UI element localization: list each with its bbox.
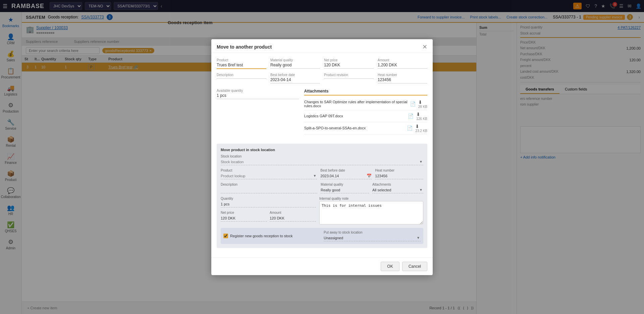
putaway-row: Put away to stock location ▼ bbox=[324, 231, 421, 241]
dialog: Move to another product ✕ Product Trues … bbox=[211, 39, 433, 275]
attachment-icons-2: 📄 ⬇ 126 KB bbox=[408, 112, 427, 121]
attachment-download-icon-2[interactable]: ⬇ bbox=[416, 112, 420, 117]
move-net-price-field: Net price bbox=[221, 211, 267, 222]
attachment-row-1: Changes to SAR Optimize rules after impl… bbox=[304, 98, 427, 110]
dialog-header: Move to another product ✕ bbox=[211, 39, 433, 53]
heat-number-value: 123456 bbox=[378, 77, 427, 83]
move-description-field: Description bbox=[221, 183, 317, 193]
move-product-field: Product ▼ bbox=[221, 169, 317, 179]
attachment-size-2: 126 KB bbox=[416, 117, 427, 121]
move-section: Move product in stock location Stock loc… bbox=[217, 144, 427, 248]
move-net-price-input[interactable] bbox=[221, 215, 267, 222]
move-best-before-field: Best before date 📅 bbox=[320, 169, 372, 179]
product-revision-label: Product revision bbox=[324, 73, 374, 77]
putaway-input[interactable] bbox=[324, 235, 416, 241]
stock-location-arrow[interactable]: ▼ bbox=[419, 160, 423, 164]
move-attachments-arrow[interactable]: ▼ bbox=[419, 188, 423, 192]
cancel-button[interactable]: Cancel bbox=[402, 262, 427, 271]
best-before-value: 2023-04-14 bbox=[270, 77, 320, 83]
attachment-view-icon-3[interactable]: 📄 bbox=[407, 125, 413, 131]
putaway-arrow[interactable]: ▼ bbox=[416, 236, 421, 240]
internal-quality-field: Internal quality note This is for intern… bbox=[319, 197, 423, 225]
internal-quality-textarea[interactable]: This is for internal issues bbox=[319, 201, 423, 225]
attachment-name-2: Logistics GAP 09T.docx bbox=[304, 114, 408, 118]
stock-location-dropdown[interactable]: ▼ bbox=[221, 159, 423, 165]
move-quantity-field: Quantity bbox=[221, 197, 316, 207]
register-putaway-row: Register new goods reception to stock Pu… bbox=[221, 228, 423, 244]
stock-location-row: Stock location ▼ bbox=[221, 154, 423, 165]
register-checkbox[interactable] bbox=[223, 234, 228, 238]
dialog-title: Move to another product bbox=[217, 44, 272, 50]
amount-label: Amount bbox=[378, 58, 427, 62]
amount-field: Amount 1,200 DKK bbox=[378, 58, 427, 69]
stock-location-label: Stock location bbox=[221, 154, 423, 158]
material-quality-label: Material quality bbox=[270, 58, 320, 62]
move-product-dropdown[interactable]: ▼ bbox=[221, 173, 317, 179]
move-description-label: Description bbox=[221, 183, 317, 186]
attachment-download-icon-3[interactable]: ⬇ bbox=[415, 124, 419, 129]
move-amount-input[interactable] bbox=[270, 215, 316, 222]
description-label: Description bbox=[217, 73, 266, 77]
attachment-download-icon-1[interactable]: ⬇ bbox=[418, 100, 422, 105]
move-material-quality-input[interactable] bbox=[321, 187, 369, 193]
qty-col: Quantity Net price Amount bbox=[221, 197, 316, 225]
move-quantity-input[interactable] bbox=[221, 201, 316, 207]
net-price-field: Net price 120 DKK bbox=[324, 58, 374, 69]
attachments-section: Attachments Changes to SAR Optimize rule… bbox=[304, 89, 427, 134]
move-quantity-label: Quantity bbox=[221, 197, 316, 200]
description-value bbox=[217, 77, 266, 79]
move-attachments-field: Attachments ▼ bbox=[372, 183, 423, 193]
net-price-value: 120 DKK bbox=[324, 63, 374, 69]
net-amount-row: Net price Amount bbox=[221, 211, 316, 222]
product-revision-value bbox=[324, 77, 374, 79]
attachment-icons-3: 📄 ⬇ 23.2 KB bbox=[407, 124, 427, 133]
heat-number-field: Heat number 123456 bbox=[378, 73, 427, 83]
attachment-icons-1: 📄 ⬇ 28 KB bbox=[410, 100, 427, 109]
move-best-before-input-wrap[interactable]: 📅 bbox=[320, 173, 372, 179]
move-amount-field: Amount bbox=[270, 211, 316, 222]
attachment-row-3: Split-a-SPO-to-several-SSAs-en.docx 📄 ⬇ … bbox=[304, 122, 427, 134]
calendar-icon[interactable]: 📅 bbox=[367, 174, 372, 178]
avail-qty-label: Available quantity bbox=[217, 89, 299, 92]
heat-number-label: Heat number bbox=[378, 73, 427, 77]
register-label: Register new goods reception to stock bbox=[230, 234, 293, 238]
description-field: Description bbox=[217, 73, 266, 83]
attachment-row-2: Logistics GAP 09T.docx 📄 ⬇ 126 KB bbox=[304, 110, 427, 122]
move-attachments-label: Attachments bbox=[372, 183, 423, 186]
move-product-input[interactable] bbox=[221, 173, 312, 179]
move-best-before-label: Best before date bbox=[320, 169, 372, 172]
dialog-overlay: Move to another product ✕ Product Trues … bbox=[0, 0, 644, 314]
avail-attach-grid: Available quantity 1 pcs Attachments Cha… bbox=[217, 89, 427, 140]
putaway-label: Put away to stock location bbox=[324, 231, 421, 234]
attachment-name-3: Split-a-SPO-to-several-SSAs-en.docx bbox=[304, 126, 407, 130]
material-quality-field: Material quality Really good bbox=[270, 58, 320, 69]
attachment-view-icon-1[interactable]: 📄 bbox=[410, 101, 416, 107]
dialog-info-grid: Product Trues Bref test Material quality… bbox=[217, 58, 427, 83]
attachments-header: Attachments bbox=[304, 89, 427, 96]
move-best-before-input[interactable] bbox=[320, 173, 367, 179]
move-attachments-dropdown[interactable]: ▼ bbox=[372, 187, 423, 193]
attachment-size-3: 23.2 KB bbox=[415, 129, 427, 133]
register-checkbox-row: Register new goods reception to stock bbox=[223, 234, 320, 238]
move-amount-label: Amount bbox=[270, 211, 316, 214]
avail-qty-value: 1 pcs bbox=[217, 93, 299, 99]
move-material-quality-label: Material quality bbox=[321, 183, 369, 186]
move-description-input[interactable] bbox=[221, 187, 317, 193]
dialog-close-button[interactable]: ✕ bbox=[422, 44, 427, 50]
putaway-dropdown[interactable]: ▼ bbox=[324, 235, 421, 241]
dialog-body: Product Trues Bref test Material quality… bbox=[211, 53, 433, 257]
avail-qty-section: Available quantity 1 pcs bbox=[217, 89, 299, 140]
best-before-field: Best before date 2023-04-14 bbox=[270, 73, 320, 83]
attachment-name-1: Changes to SAR Optimize rules after impl… bbox=[304, 100, 410, 108]
attachment-view-icon-2[interactable]: 📄 bbox=[408, 113, 414, 119]
best-before-label: Best before date bbox=[270, 73, 320, 77]
move-product-arrow[interactable]: ▼ bbox=[312, 174, 317, 178]
ok-button[interactable]: OK bbox=[381, 262, 399, 271]
move-heat-number-input[interactable] bbox=[375, 173, 423, 179]
move-net-price-label: Net price bbox=[221, 211, 267, 214]
product-label: Product bbox=[217, 58, 266, 62]
net-amount-grid: Net price Amount bbox=[221, 211, 316, 222]
move-attachments-input[interactable] bbox=[372, 187, 419, 193]
stock-location-input[interactable] bbox=[221, 159, 419, 165]
move-product-label: Product bbox=[221, 169, 317, 172]
